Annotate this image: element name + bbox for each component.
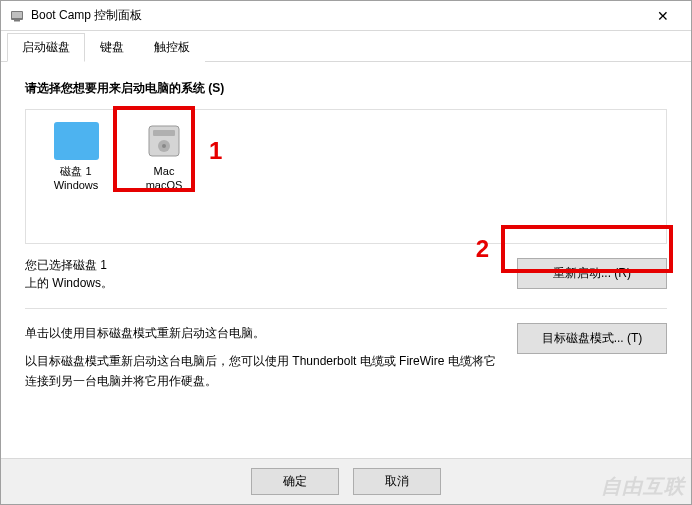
svg-point-6 (162, 144, 166, 148)
tab-bar: 启动磁盘 键盘 触控板 (1, 31, 691, 62)
svg-rect-4 (153, 130, 175, 136)
control-panel-window: Boot Camp 控制面板 ✕ 启动磁盘 键盘 触控板 请选择您想要用来启动电… (0, 0, 692, 505)
cancel-button[interactable]: 取消 (353, 468, 441, 495)
restart-button[interactable]: 重新启动... (R) (517, 258, 667, 289)
windows-disk-icon (54, 122, 99, 160)
section-title: 请选择您想要用来启动电脑的系统 (S) (25, 80, 667, 97)
tab-keyboard[interactable]: 键盘 (85, 33, 139, 62)
window-title: Boot Camp 控制面板 (31, 7, 643, 24)
ok-button[interactable]: 确定 (251, 468, 339, 495)
separator (25, 308, 667, 309)
svg-rect-1 (12, 12, 22, 18)
selection-row: 您已选择磁盘 1 上的 Windows。 重新启动... (R) (25, 244, 667, 308)
disk-item-mac[interactable]: Mac macOS (124, 120, 204, 193)
tab-startup-disk[interactable]: 启动磁盘 (7, 33, 85, 62)
svg-rect-2 (14, 20, 20, 22)
target-description: 以目标磁盘模式重新启动这台电脑后，您可以使用 Thunderbolt 电缆或 F… (25, 351, 503, 392)
app-icon (9, 8, 25, 24)
mac-disk-icon (145, 122, 183, 160)
target-text: 单击以使用目标磁盘模式重新启动这台电脑。 以目标磁盘模式重新启动这台电脑后，您可… (25, 323, 503, 400)
dialog-footer: 确定 取消 (1, 458, 691, 504)
target-mode-button[interactable]: 目标磁盘模式... (T) (517, 323, 667, 354)
disk-label: Mac macOS (124, 165, 204, 193)
startup-panel: 请选择您想要用来启动电脑的系统 (S) 磁盘 1 Windows Mac mac… (1, 62, 691, 410)
titlebar: Boot Camp 控制面板 ✕ (1, 1, 691, 31)
disk-label: 磁盘 1 Windows (36, 165, 116, 193)
target-row: 单击以使用目标磁盘模式重新启动这台电脑。 以目标磁盘模式重新启动这台电脑后，您可… (25, 323, 667, 400)
selected-disk-text: 您已选择磁盘 1 上的 Windows。 (25, 256, 503, 292)
close-button[interactable]: ✕ (643, 2, 683, 30)
disk-item-windows[interactable]: 磁盘 1 Windows (36, 120, 116, 193)
disk-list: 磁盘 1 Windows Mac macOS (25, 109, 667, 244)
tab-trackpad[interactable]: 触控板 (139, 33, 205, 62)
close-icon: ✕ (657, 8, 669, 24)
target-title: 单击以使用目标磁盘模式重新启动这台电脑。 (25, 323, 503, 343)
